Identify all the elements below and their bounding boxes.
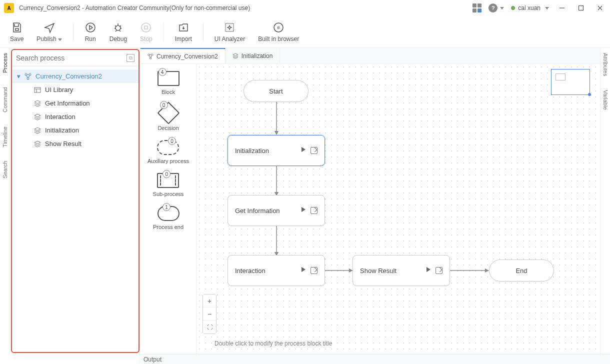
svg-rect-8	[226, 24, 234, 32]
tree-item[interactable]: Initialization	[12, 124, 138, 137]
zoom-controls: + − ⛶	[202, 294, 216, 334]
rightbar-variable[interactable]: Variable	[602, 90, 608, 110]
svg-point-20	[150, 57, 151, 58]
expand-icon[interactable]: ⧉	[126, 54, 134, 62]
window-title: Currency_Conversion2 - Automation Creato…	[19, 4, 472, 12]
library-icon	[34, 86, 41, 94]
minimap[interactable]	[551, 69, 590, 95]
palette-decision[interactable]: 0 Decision	[158, 104, 178, 131]
tree-item[interactable]: UI Library	[12, 83, 138, 96]
save-button[interactable]: Save	[5, 20, 28, 44]
zoom-out-button[interactable]: −	[203, 308, 216, 320]
svg-marker-30	[485, 268, 489, 272]
node-get-information[interactable]: Get Information	[228, 195, 325, 226]
svg-rect-1	[579, 6, 584, 10]
browser-button[interactable]: B Built in browser	[253, 20, 304, 44]
close-button[interactable]	[594, 2, 606, 14]
app-icon: A	[4, 3, 14, 13]
help-button[interactable]: ?	[488, 4, 504, 12]
stop-button: Stop	[135, 20, 158, 44]
play-icon[interactable]	[302, 267, 306, 272]
palette-end[interactable]: 1 Process end	[153, 206, 184, 230]
status-bar[interactable]: Output	[138, 354, 610, 364]
svg-point-18	[148, 54, 150, 55]
maximize-button[interactable]	[575, 2, 587, 14]
palette-subprocess[interactable]: 0 Sub-process	[153, 173, 184, 197]
apps-icon[interactable]	[472, 4, 482, 12]
stack-icon	[232, 53, 238, 59]
debug-button[interactable]: Debug	[104, 20, 132, 44]
publish-button[interactable]: Publish	[32, 20, 66, 44]
play-icon[interactable]	[302, 207, 306, 212]
zoom-in-button[interactable]: +	[203, 294, 216, 308]
tree-root[interactable]: ▾ Currency_Conversion2	[12, 70, 138, 83]
stack-icon	[34, 140, 41, 148]
svg-point-13	[29, 74, 31, 76]
svg-point-5	[116, 26, 120, 30]
sidebar-tab-process[interactable]: Process	[2, 53, 8, 73]
canvas[interactable]: Start Initialization Get Information Int…	[196, 64, 600, 354]
stack-icon	[34, 100, 41, 107]
play-icon[interactable]	[302, 147, 306, 152]
tab-main[interactable]: Currency_Conversion2	[140, 48, 226, 64]
flow-icon	[24, 73, 32, 80]
tab-initialization[interactable]: Initialization	[226, 48, 280, 64]
node-start[interactable]: Start	[244, 80, 308, 102]
user-name: cai xuan	[518, 4, 540, 12]
edit-icon[interactable]	[310, 207, 318, 214]
node-end[interactable]: End	[489, 260, 554, 282]
sidebar-tab-command[interactable]: Command	[2, 87, 8, 112]
edit-icon[interactable]	[436, 267, 442, 274]
tree-item[interactable]: Show Result	[12, 137, 138, 150]
minimize-button[interactable]	[556, 2, 568, 14]
edit-icon[interactable]	[310, 267, 318, 274]
svg-point-19	[152, 54, 153, 55]
stack-icon	[34, 127, 41, 134]
svg-point-6	[142, 23, 150, 32]
flow-icon	[148, 54, 154, 60]
tree-item[interactable]: Interaction	[12, 110, 138, 124]
svg-point-4	[86, 23, 95, 32]
sidebar-tab-search[interactable]: Search	[2, 161, 8, 178]
svg-rect-15	[34, 88, 40, 92]
process-panel: ⧉ ▾ Currency_Conversion2 UI Library Get …	[11, 49, 140, 353]
edit-icon[interactable]	[310, 147, 318, 154]
svg-marker-22	[274, 131, 278, 135]
node-initialization[interactable]: Initialization	[228, 135, 325, 166]
svg-text:B: B	[278, 26, 280, 30]
user-menu[interactable]: cai xuan	[511, 4, 549, 12]
node-interaction[interactable]: Interaction	[228, 255, 325, 286]
run-button[interactable]: Run	[80, 20, 102, 44]
palette-block[interactable]: 4 Block	[158, 71, 180, 95]
search-input[interactable]	[16, 54, 126, 62]
node-show-result[interactable]: Show Result	[352, 255, 450, 286]
svg-rect-7	[144, 26, 148, 29]
canvas-hint: Double click to modify the process block…	[214, 340, 332, 347]
svg-point-9	[228, 26, 230, 28]
svg-point-14	[27, 78, 29, 80]
tree-item[interactable]: Get Information	[12, 96, 138, 110]
rightbar-attributes[interactable]: Attributes	[602, 53, 608, 76]
zoom-fit-button[interactable]: ⛶	[203, 320, 216, 334]
ui-analyzer-button[interactable]: UI Analyzer	[210, 20, 250, 44]
svg-point-12	[25, 74, 27, 76]
play-icon[interactable]	[426, 267, 430, 272]
import-button[interactable]: Import	[170, 20, 197, 44]
stack-icon	[34, 114, 41, 120]
palette-auxiliary[interactable]: 0 Auxiliary process	[148, 140, 189, 164]
sidebar-tab-timeline[interactable]: Timeline	[2, 126, 8, 147]
